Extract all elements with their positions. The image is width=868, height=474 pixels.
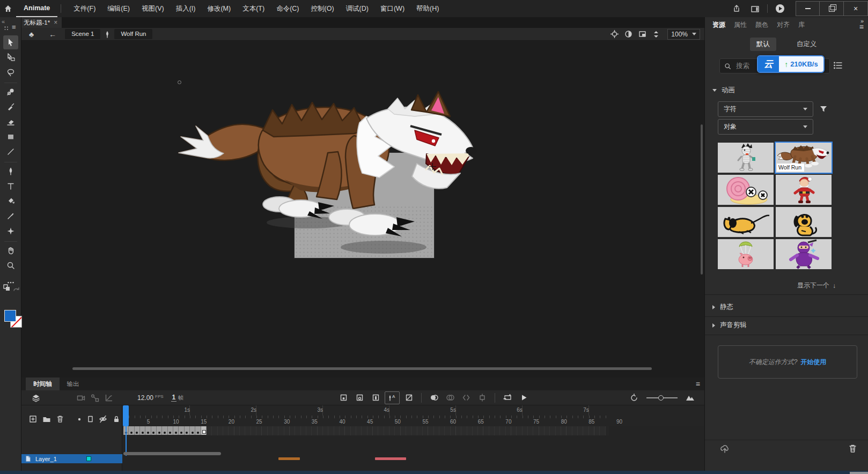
layer-row-layer-1[interactable]: Layer_1 <box>21 454 122 463</box>
menu-item-0[interactable]: 文件(F) <box>68 0 101 17</box>
thumbnail-snail[interactable] <box>718 175 774 205</box>
keyframe-cell-5[interactable] <box>145 426 151 435</box>
menu-item-10[interactable]: 帮助(H) <box>410 0 445 17</box>
thumbnail-mummy[interactable] <box>718 143 774 173</box>
reset-timeline-zoom-button[interactable] <box>627 392 641 404</box>
insert-blank-keyframe-button[interactable] <box>352 392 366 404</box>
object-filter-dropdown[interactable]: 对象 <box>718 119 813 135</box>
clip-content-button[interactable] <box>635 30 649 38</box>
current-frame-control[interactable]: 1 帧 <box>171 394 184 402</box>
zoom-level-select[interactable]: 100% <box>667 29 700 40</box>
tool-hand[interactable] <box>3 243 18 257</box>
panel-tab-0[interactable]: 资源 <box>712 20 725 29</box>
workspace-button[interactable] <box>746 2 764 16</box>
keyframe-cell-10[interactable] <box>173 426 179 435</box>
toolbar-menu-button[interactable]: ≡ <box>12 23 16 31</box>
show-next-button[interactable]: 显示下一个 ↓ <box>797 281 836 290</box>
insert-keyframe-button[interactable] <box>336 392 350 404</box>
tool-eyedropper[interactable] <box>3 209 18 223</box>
timeline-tab-0[interactable]: 时间轴 <box>26 377 60 390</box>
close-button[interactable]: × <box>844 1 868 16</box>
canvas-vertical-scrollbar[interactable] <box>701 124 703 275</box>
lock-layers-toggle[interactable] <box>113 415 120 423</box>
character-filter-dropdown[interactable]: 字符 <box>718 101 813 117</box>
menu-item-8[interactable]: 调试(D) <box>340 0 374 17</box>
get-started-link[interactable]: 开始使用 <box>800 358 826 367</box>
menu-item-9[interactable]: 窗口(W) <box>374 0 410 17</box>
menu-item-6[interactable]: 命令(C) <box>270 0 305 17</box>
wolf-run-artwork[interactable] <box>174 88 486 276</box>
tool-zoom[interactable] <box>3 258 18 272</box>
thumbnail-pig-parachute[interactable] <box>718 239 774 269</box>
tool-subselection[interactable] <box>3 50 18 64</box>
tool-line[interactable] <box>3 145 18 159</box>
menu-item-3[interactable]: 插入(I) <box>170 0 202 17</box>
list-view-button[interactable] <box>833 61 844 71</box>
keyframe-cell-11[interactable] <box>179 426 184 435</box>
delete-layer-button[interactable] <box>56 415 64 423</box>
slider-knob[interactable] <box>658 395 664 401</box>
document-tab[interactable]: 无标题-1* × <box>19 17 62 28</box>
keyframe-cell-8[interactable] <box>162 426 167 435</box>
net-speed-widget[interactable]: 云 ↑ 210KB/s <box>757 55 825 73</box>
frame-view-button[interactable] <box>683 392 697 404</box>
layer-outline-color-swatch[interactable] <box>86 456 91 461</box>
menu-item-7[interactable]: 控制(O) <box>305 0 340 17</box>
tool-lasso[interactable] <box>3 65 18 79</box>
tool-selection[interactable] <box>3 35 18 49</box>
graph-editor-button[interactable] <box>102 392 116 404</box>
section-sound-clips[interactable]: 声音剪辑 <box>712 321 747 330</box>
drag-handle-icon[interactable] <box>4 26 9 31</box>
remove-frame-button[interactable] <box>402 392 416 404</box>
panel-tab-2[interactable]: 颜色 <box>755 20 768 29</box>
collapse-panel-button[interactable]: « <box>2 18 5 25</box>
new-folder-button[interactable] <box>42 416 51 423</box>
keyframe-cell-6[interactable] <box>151 426 157 435</box>
tool-classic-brush[interactable] <box>3 100 18 114</box>
zoom-stepper[interactable] <box>649 30 663 39</box>
keyframe-cell-13[interactable] <box>190 426 195 435</box>
back-arrow-button[interactable]: ← <box>49 30 56 39</box>
panel-tab-1[interactable]: 属性 <box>734 20 747 29</box>
thumbnail-santa[interactable] <box>776 175 832 205</box>
menu-item-4[interactable]: 修改(M) <box>201 0 237 17</box>
tool-eraser[interactable] <box>3 115 18 129</box>
frame-rate-control[interactable]: 12.00 FPS <box>137 394 164 402</box>
auto-keyframe-button[interactable]: A <box>385 391 400 404</box>
show-hide-layers-toggle[interactable] <box>99 415 107 423</box>
timeline-tab-1[interactable]: 输出 <box>60 377 87 390</box>
keyframe-cell-14[interactable] <box>195 426 201 435</box>
timeline-horizontal-scrollbar[interactable] <box>123 452 221 455</box>
section-static[interactable]: 静态 <box>712 302 733 312</box>
timeline-panel-menu-button[interactable]: ≡ <box>696 380 700 388</box>
quick-share-button[interactable] <box>771 2 789 16</box>
onion-skin-button[interactable] <box>427 392 441 404</box>
layer-name[interactable]: Layer_1 <box>35 456 57 462</box>
play-button[interactable] <box>517 392 531 404</box>
panel-tab-4[interactable]: 库 <box>798 20 805 29</box>
tool-asset-warp[interactable] <box>3 224 18 238</box>
minimize-button[interactable] <box>796 1 820 16</box>
document-tab-close-icon[interactable]: × <box>54 19 57 26</box>
onion-skin-outlines-button[interactable] <box>443 392 457 404</box>
panel-menu-button[interactable]: ≡ <box>859 24 864 30</box>
tool-pen[interactable] <box>3 164 18 178</box>
upload-asset-button[interactable] <box>720 445 730 453</box>
modify-markers-button[interactable] <box>475 392 489 404</box>
home-button[interactable] <box>0 0 16 17</box>
tool-paint-bucket[interactable] <box>3 194 18 208</box>
layer-parenting-button[interactable] <box>88 392 102 404</box>
canvas-horizontal-scrollbar[interactable] <box>72 367 652 370</box>
tool-fluid-brush[interactable] <box>3 85 18 99</box>
new-layer-button[interactable] <box>29 415 37 423</box>
tool-rectangle[interactable] <box>3 130 18 144</box>
loop-button[interactable] <box>501 392 514 404</box>
panel-tab-3[interactable]: 对齐 <box>777 20 790 29</box>
menu-item-2[interactable]: 视图(V) <box>136 0 170 17</box>
camera-button[interactable] <box>74 392 88 404</box>
thumbnail-wolf-run[interactable]: Wolf Run <box>776 143 832 173</box>
keyframe-cell-7[interactable] <box>157 426 162 435</box>
tool-text[interactable] <box>3 179 18 193</box>
stage-canvas-area[interactable] <box>21 41 704 377</box>
app-title[interactable]: Animate <box>16 0 57 17</box>
